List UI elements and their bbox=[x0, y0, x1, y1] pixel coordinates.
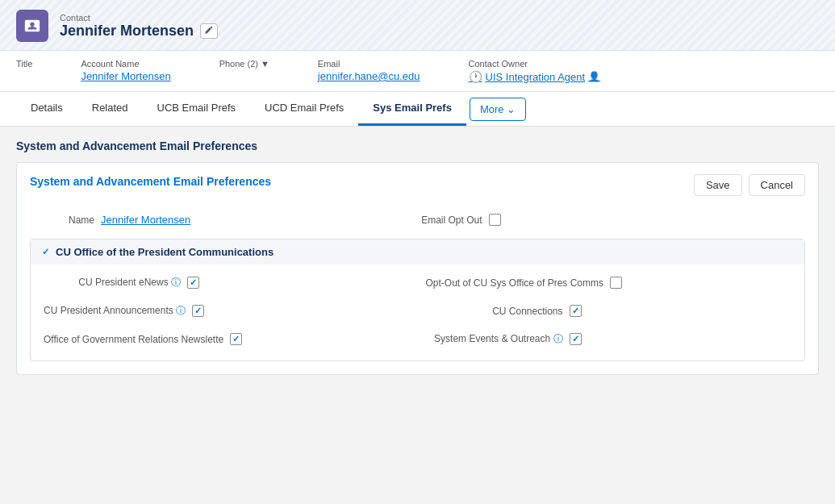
collapse-chevron-icon: ✓ bbox=[42, 247, 49, 257]
tab-ucd-email-prefs[interactable]: UCD Email Prefs bbox=[250, 92, 358, 126]
email-opt-label: Email Opt Out bbox=[418, 215, 482, 226]
tab-sys-email-prefs[interactable]: Sys Email Prefs bbox=[358, 92, 466, 126]
edit-name-icon[interactable] bbox=[200, 23, 218, 39]
name-col: Name Jennifer Mortensen bbox=[30, 214, 418, 226]
field-opt-out: Opt-Out of CU Sys Office of Pres Comms bbox=[426, 273, 792, 293]
section-group: ✓ CU Office of the President Communicati… bbox=[30, 239, 805, 361]
section-group-title: CU Office of the President Communication… bbox=[56, 246, 273, 258]
fields-row: Title Account Name Jennifer Mortensen Ph… bbox=[0, 51, 835, 92]
cu-president-enews-label: CU President eNews ⓘ bbox=[44, 276, 181, 289]
cu-president-enews-checkbox[interactable] bbox=[187, 277, 199, 289]
cu-president-announcements-label: CU President Announcements ⓘ bbox=[44, 304, 186, 318]
header-name: Jennifer Mortensen bbox=[60, 23, 218, 40]
section-group-header[interactable]: ✓ CU Office of the President Communicati… bbox=[31, 240, 804, 264]
tab-ucb-email-prefs[interactable]: UCB Email Prefs bbox=[143, 92, 251, 126]
cu-president-announcements-checkbox[interactable] bbox=[192, 305, 204, 317]
title-field: Title bbox=[16, 59, 32, 70]
opt-out-checkbox[interactable] bbox=[610, 277, 622, 289]
cu-connections-label: CU Connections bbox=[426, 306, 563, 317]
field-cu-connections: CU Connections bbox=[426, 301, 792, 321]
card-actions: Save Cancel bbox=[694, 174, 805, 196]
phone-field: Phone (2) ▼ bbox=[219, 59, 269, 70]
email-label: Email bbox=[318, 59, 420, 69]
card-title: System and Advancement Email Preferences bbox=[30, 174, 271, 190]
owner-people-icon: 👤 bbox=[588, 71, 600, 82]
name-value[interactable]: Jennifer Mortensen bbox=[101, 214, 190, 226]
header-text: Contact Jennifer Mortensen bbox=[60, 13, 218, 40]
account-name-value[interactable]: Jennifer Mortensen bbox=[81, 70, 170, 82]
email-field: Email jennifer.hane@cu.edu bbox=[318, 59, 420, 82]
gov-relations-label: Office of Government Relations Newslette bbox=[44, 334, 223, 345]
field-system-events: System Events & Outreach ⓘ bbox=[426, 329, 792, 349]
field-cu-president-announcements: CU President Announcements ⓘ bbox=[44, 301, 410, 321]
system-events-info-icon[interactable]: ⓘ bbox=[553, 333, 563, 344]
field-cu-president-enews: CU President eNews ⓘ bbox=[44, 273, 410, 293]
owner-avatar-icon: 🕐 bbox=[469, 70, 482, 83]
title-label: Title bbox=[16, 59, 32, 69]
account-name-label: Account Name bbox=[81, 59, 170, 69]
tab-more[interactable]: More ⌄ bbox=[470, 98, 526, 121]
account-name-field: Account Name Jennifer Mortensen bbox=[81, 59, 170, 82]
email-opt-checkbox[interactable] bbox=[489, 214, 501, 226]
cu-president-enews-info-icon[interactable]: ⓘ bbox=[171, 277, 181, 288]
gov-relations-checkbox[interactable] bbox=[230, 333, 242, 345]
tabs-bar: Details Related UCB Email Prefs UCD Emai… bbox=[0, 92, 835, 127]
name-label: Name bbox=[30, 215, 94, 226]
card-body: Name Jennifer Mortensen Email Opt Out ✓ … bbox=[17, 207, 818, 374]
system-events-checkbox[interactable] bbox=[570, 333, 582, 345]
preferences-card: System and Advancement Email Preferences… bbox=[16, 162, 819, 375]
name-email-opt-row: Name Jennifer Mortensen Email Opt Out bbox=[30, 207, 805, 232]
cu-president-announcements-info-icon[interactable]: ⓘ bbox=[176, 305, 186, 316]
main-content: System and Advancement Email Preferences… bbox=[0, 127, 835, 388]
cancel-button[interactable]: Cancel bbox=[749, 174, 805, 196]
card-header: System and Advancement Email Preferences… bbox=[17, 163, 818, 207]
tab-details[interactable]: Details bbox=[16, 92, 77, 126]
email-value[interactable]: jennifer.hane@cu.edu bbox=[318, 70, 420, 82]
contact-icon bbox=[16, 10, 48, 42]
more-chevron-icon: ⌄ bbox=[507, 103, 516, 115]
cu-connections-checkbox[interactable] bbox=[570, 305, 582, 317]
phone-dropdown-icon[interactable]: ▼ bbox=[261, 59, 269, 69]
page-title: System and Advancement Email Preferences bbox=[16, 140, 819, 152]
phone-label: Phone (2) ▼ bbox=[219, 59, 269, 69]
header-label: Contact bbox=[60, 13, 218, 23]
tab-related[interactable]: Related bbox=[77, 92, 143, 126]
section-fields-grid: CU President eNews ⓘ Opt-Out of CU Sys O… bbox=[44, 273, 791, 349]
section-group-body: CU President eNews ⓘ Opt-Out of CU Sys O… bbox=[31, 264, 804, 360]
owner-value[interactable]: 🕐 UIS Integration Agent 👤 bbox=[469, 70, 601, 83]
field-gov-relations: Office of Government Relations Newslette bbox=[44, 329, 410, 349]
system-events-label: System Events & Outreach ⓘ bbox=[426, 332, 563, 346]
owner-label: Contact Owner bbox=[469, 59, 601, 69]
email-opt-col: Email Opt Out bbox=[418, 214, 806, 226]
save-button[interactable]: Save bbox=[694, 174, 742, 196]
owner-field: Contact Owner 🕐 UIS Integration Agent 👤 bbox=[469, 59, 601, 83]
opt-out-label: Opt-Out of CU Sys Office of Pres Comms bbox=[426, 277, 604, 289]
page-header: Contact Jennifer Mortensen bbox=[0, 0, 835, 51]
contact-name: Jennifer Mortensen bbox=[60, 23, 194, 40]
